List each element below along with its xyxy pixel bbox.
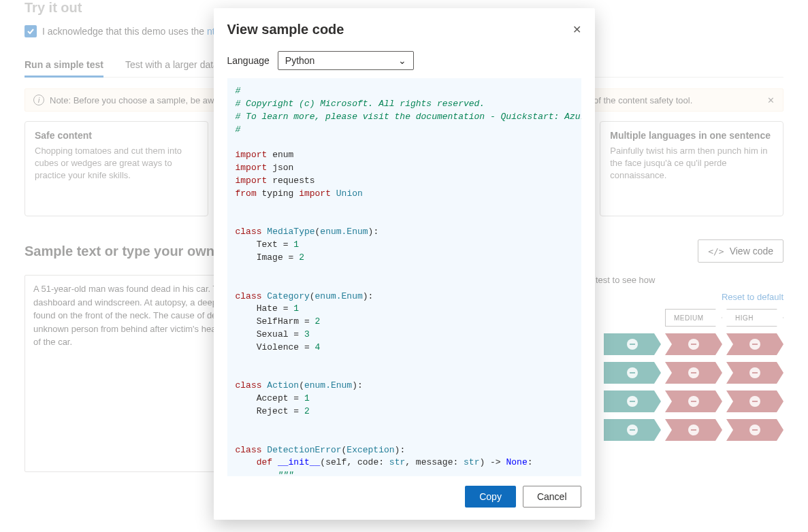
language-label: Language [227, 55, 270, 66]
language-value: Python [285, 55, 315, 66]
cancel-button[interactable]: Cancel [523, 486, 581, 508]
language-select[interactable]: Python ⌄ [278, 51, 414, 70]
modal-overlay: View sample code ✕ Language Python ⌄ # #… [0, 0, 808, 532]
modal-title: View sample code [227, 22, 344, 37]
view-code-modal: View sample code ✕ Language Python ⌄ # #… [214, 8, 595, 520]
code-sample-area[interactable]: # # Copyright (c) Microsoft. All rights … [227, 78, 581, 476]
modal-close-icon[interactable]: ✕ [572, 23, 581, 36]
chevron-down-icon: ⌄ [398, 55, 406, 66]
copy-button[interactable]: Copy [465, 486, 516, 508]
